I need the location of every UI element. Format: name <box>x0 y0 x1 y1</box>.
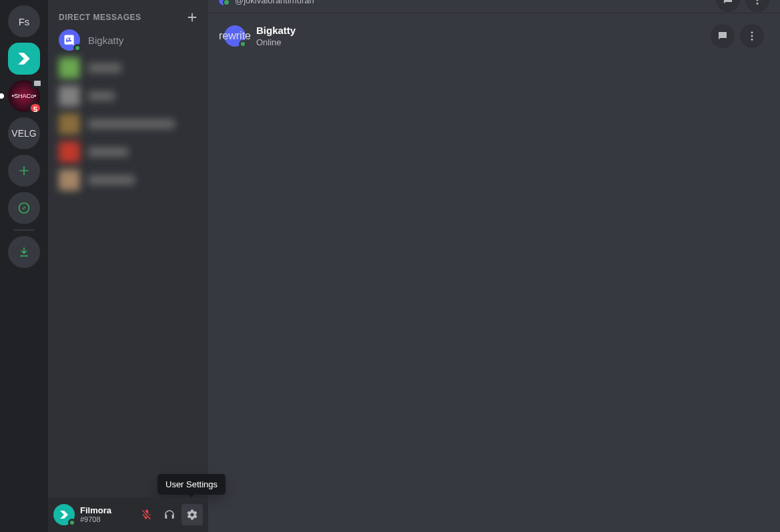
main-content: @jokivalorantimurah rewrite Bigkatty Onl… <box>208 0 780 532</box>
dm-item-redacted[interactable] <box>53 167 203 193</box>
download-apps-button[interactable] <box>8 236 40 268</box>
avatar-redacted <box>59 85 80 107</box>
svg-point-4 <box>751 31 753 33</box>
unread-pill <box>0 93 4 99</box>
dm-sidebar: Direct Messages Bigkatty <box>48 0 208 532</box>
filmora-icon <box>15 50 33 67</box>
message-button[interactable] <box>716 0 740 12</box>
server-list: Fs •SHACo• 5 VELG <box>0 0 48 532</box>
previous-handle: @jokivalorantimurah <box>235 0 314 5</box>
add-server-button[interactable] <box>8 155 40 187</box>
avatar-redacted <box>59 141 80 163</box>
svg-point-2 <box>757 0 759 1</box>
server-badge: 5 <box>29 103 41 113</box>
more-vertical-icon <box>751 0 763 6</box>
server-label: VELG <box>11 128 36 139</box>
avatar-small <box>219 0 230 5</box>
user-avatar <box>53 504 75 525</box>
status-online-icon <box>239 40 247 48</box>
server-divider <box>13 229 35 231</box>
headphones-icon <box>163 509 175 521</box>
svg-point-5 <box>751 35 753 37</box>
server-velg[interactable]: VELG <box>8 117 40 149</box>
filmora-icon <box>58 509 70 521</box>
user-discriminator: #9708 <box>80 515 111 524</box>
plus-icon <box>187 12 198 23</box>
avatar-redacted <box>59 57 80 79</box>
tooltip-user-settings: User Settings <box>157 474 226 495</box>
mic-muted-icon <box>141 509 153 521</box>
download-icon <box>17 245 31 259</box>
more-button[interactable] <box>740 24 764 48</box>
dm-list: Bigkatty <box>48 25 208 193</box>
profile-avatar-wrap[interactable]: rewrite <box>224 25 246 47</box>
mute-mic-button[interactable] <box>136 504 157 525</box>
svg-point-3 <box>757 3 759 5</box>
name-redacted <box>88 91 115 101</box>
streaming-icon <box>32 79 43 88</box>
chat-icon <box>717 30 729 42</box>
dm-item-bigkatty[interactable]: Bigkatty <box>53 27 203 53</box>
plus-icon <box>17 164 31 177</box>
name-redacted <box>88 63 121 73</box>
avatar-redacted <box>59 113 80 135</box>
more-button[interactable] <box>745 0 769 12</box>
status-online-icon <box>68 519 76 527</box>
user-name: Filmora <box>80 505 111 516</box>
explore-servers-button[interactable] <box>8 192 40 224</box>
top-bar: @jokivalorantimurah <box>208 0 780 13</box>
name-redacted <box>88 147 128 157</box>
name-redacted <box>88 175 135 185</box>
server-shaco-label: •SHACo• <box>12 93 36 99</box>
server-shaco[interactable]: •SHACo• 5 <box>8 80 40 112</box>
avatar <box>59 29 80 51</box>
name-redacted <box>88 119 175 129</box>
profile-status-text: Online <box>256 37 700 49</box>
server-home[interactable]: Fs <box>8 5 40 37</box>
dm-item-redacted[interactable] <box>53 83 203 109</box>
dm-header-label: Direct Messages <box>59 13 141 22</box>
user-panel: Filmora #9708 <box>48 497 208 532</box>
dm-item-redacted[interactable] <box>53 55 203 81</box>
dm-name: Bigkatty <box>88 35 123 46</box>
compass-icon <box>17 201 31 215</box>
create-dm-button[interactable] <box>187 12 198 23</box>
profile-name: Bigkatty <box>256 24 700 37</box>
chat-icon <box>722 0 734 6</box>
dm-item-redacted[interactable] <box>53 111 203 137</box>
more-vertical-icon <box>746 30 758 42</box>
svg-point-6 <box>751 39 753 41</box>
user-settings-button[interactable] <box>181 504 203 525</box>
status-online-icon <box>73 44 81 52</box>
message-button[interactable] <box>711 24 735 48</box>
gear-icon <box>186 509 198 521</box>
dm-item-redacted[interactable] <box>53 139 203 165</box>
deafen-button[interactable] <box>159 504 180 525</box>
dm-header: Direct Messages <box>48 0 208 25</box>
server-filmora[interactable] <box>8 43 40 75</box>
avatar-redacted <box>59 169 80 191</box>
profile-row: rewrite Bigkatty Online <box>208 13 780 59</box>
server-label: Fs <box>19 16 30 27</box>
user-info[interactable]: Filmora #9708 <box>53 504 136 525</box>
